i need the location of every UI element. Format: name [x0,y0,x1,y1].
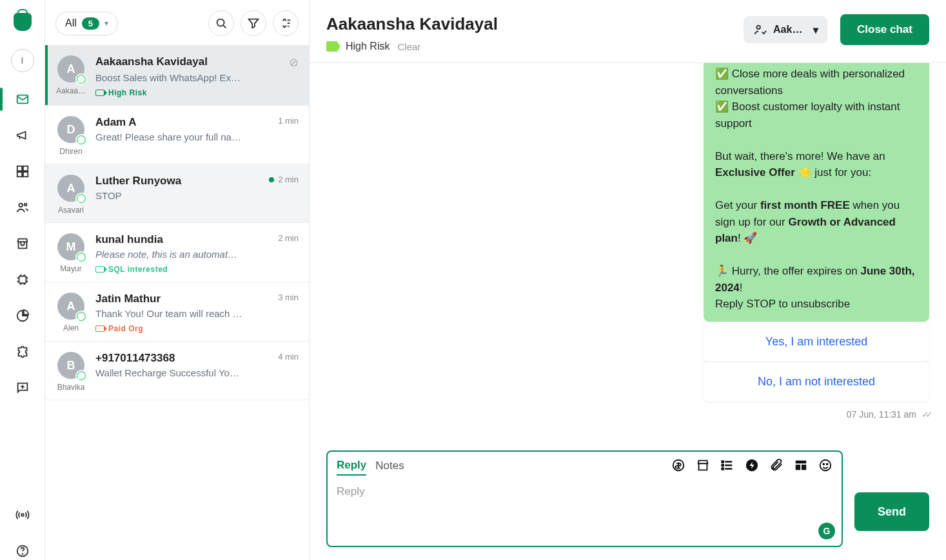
composer: Reply Notes G [326,450,843,547]
svg-point-15 [722,465,724,467]
emoji-icon[interactable] [818,458,833,476]
close-chat-button[interactable]: Close chat [840,14,929,45]
conversation-preview: Wallet Recharge Successful Yo… [95,367,250,378]
user-avatar[interactable]: I [11,49,34,72]
clear-tag-button[interactable]: Clear [397,41,420,52]
people-icon [15,200,30,215]
tab-notes[interactable]: Notes [375,459,404,475]
send-button[interactable]: Send [854,492,929,531]
conversation-time: 1 min [278,116,299,126]
nav-extensions[interactable] [14,343,32,361]
close-icon[interactable]: ⊘ [289,55,299,70]
nav-apps[interactable] [14,162,32,180]
conversation-item[interactable]: A Aakaa… Aakaansha Kavidayal ⊘ Boost Sal… [45,45,309,106]
chat-plus-icon [15,381,30,395]
conversation-preview: Great! Please share your full na… [95,131,250,142]
whatsapp-badge-icon [75,251,87,263]
conversation-preview: STOP [95,190,250,201]
tag-icon [95,266,104,273]
whatsapp-badge-icon [75,73,87,85]
conversation-item[interactable]: D Dhiren Adam A 1 min Great! Please shar… [45,106,309,164]
svg-point-23 [827,463,828,465]
conversation-name: kunal hundia [95,233,163,246]
conversation-item[interactable]: A Alen Jatin Mathur 3 min Thank You! Our… [45,282,309,342]
conversation-item[interactable]: M Mayur kunal hundia 2 min Please note, … [45,223,309,282]
whatsapp-badge-icon [75,193,87,204]
filter-all[interactable]: All 5 ▾ [55,12,118,35]
svg-rect-3 [17,172,21,177]
filter-button[interactable] [241,10,266,36]
conversation-name: Aakaansha Kavidayal [95,55,208,68]
chip-icon [15,273,30,287]
reply-input[interactable] [337,485,833,539]
assignee-name: Aaka… [773,24,807,35]
template-icon[interactable] [794,458,808,476]
list-icon[interactable] [720,458,734,476]
payment-icon[interactable] [671,458,685,476]
whatsapp-badge-icon [75,134,87,146]
conversation-item[interactable]: A Asavari Luther Runyowa 2 min STOP [45,164,309,223]
assignee-label: Dhiren [59,147,82,156]
tag-icon [95,325,104,332]
nav-broadcast[interactable] [14,506,32,524]
search-button[interactable] [208,10,234,36]
message-timestamp: 07 Jun, 11:31 am ✓✓ [847,401,929,422]
grammarly-icon[interactable]: G [818,523,835,539]
mail-icon [15,92,30,106]
nav-reports[interactable] [14,307,32,325]
nav-templates[interactable] [14,379,32,397]
nav-campaigns[interactable] [14,126,32,144]
svg-point-5 [19,204,23,208]
svg-rect-7 [19,276,26,284]
sort-button[interactable] [273,10,299,36]
quick-reply-yes[interactable]: Yes, I am interested [704,322,929,362]
svg-rect-20 [802,465,806,470]
chat-panel: Aakaansha Kavidayal High Risk Clear Aaka… [310,0,946,560]
tag-icon [326,41,340,52]
avatar: M [57,233,84,260]
svg-point-8 [21,514,24,516]
nav-inbox[interactable] [14,90,32,108]
piechart-icon [15,309,30,323]
filter-icon [246,16,261,30]
nav-people[interactable] [14,198,32,217]
conversation-preview: Boost Sales with WhatsApp! Ex… [95,72,250,83]
chat-tag[interactable]: High Risk [326,41,389,52]
svg-point-11 [217,19,224,26]
conversation-preview: Thank You! Our team will reach … [95,308,250,319]
chat-body: ✅ Close more deals with personalized con… [310,63,946,441]
checkmark-icon: ✅ [715,68,729,80]
conversation-panel: All 5 ▾ A Aakaa… Aakaansha Kavidayal ⊘ B… [45,0,310,560]
tab-reply[interactable]: Reply [337,459,366,476]
svg-point-22 [823,463,824,465]
svg-point-21 [820,460,831,471]
app-logo-icon[interactable] [14,13,32,31]
chat-header: Aakaansha Kavidayal High Risk Clear Aaka… [310,0,946,63]
conversation-name: +917011473368 [95,352,175,365]
svg-rect-2 [23,166,27,171]
checkmark-icon: ✅ [715,101,729,113]
puzzle-icon [15,345,30,359]
store-icon [15,237,30,251]
assignee-dropdown[interactable]: Aaka… ▾ [744,16,827,43]
avatar: B [57,352,84,379]
nav-store[interactable] [14,235,32,253]
chat-title: Aakaansha Kavidayal [326,14,498,34]
assignee-label: Aakaa… [56,86,86,95]
catalog-icon[interactable] [696,458,710,476]
conversation-item[interactable]: B Bhavika +917011473368 4 min Wallet Rec… [45,342,309,400]
conversation-name: Luther Runyowa [95,175,181,188]
quick-reply-no[interactable]: No, I am not interested [704,362,929,401]
nav-integrations[interactable] [14,271,32,289]
quick-reply-icon[interactable] [745,458,759,476]
assignee-label: Bhavika [57,383,85,392]
attachment-icon[interactable] [769,458,783,476]
conversation-name: Adam A [95,116,137,129]
conversation-tag: High Risk [95,88,299,97]
filter-label: All [65,17,77,29]
svg-point-16 [722,468,724,470]
conversation-time: 2 min [269,175,299,184]
nav-help[interactable] [14,542,32,560]
svg-point-10 [22,554,23,554]
svg-rect-19 [796,465,800,470]
